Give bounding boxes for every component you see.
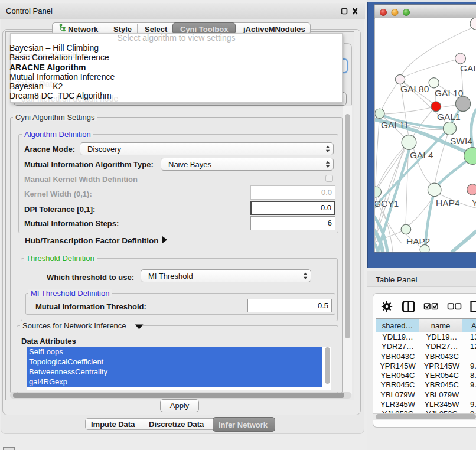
svg-text:HAP2: HAP2 <box>406 236 431 246</box>
svg-text:GAL80: GAL80 <box>400 84 429 94</box>
svg-text:GCY1: GCY1 <box>374 198 399 208</box>
svg-text:SWI4: SWI4 <box>450 136 472 146</box>
svg-text:YB: YB <box>472 198 476 208</box>
svg-text:GAL1: GAL1 <box>437 112 461 122</box>
svg-text:GAL7: GAL7 <box>460 63 476 73</box>
svg-text:GAL11: GAL11 <box>381 120 409 130</box>
svg-text:GAL4: GAL4 <box>410 150 433 160</box>
svg-text:HAP4: HAP4 <box>436 198 460 208</box>
svg-text:GAL10: GAL10 <box>435 88 464 98</box>
